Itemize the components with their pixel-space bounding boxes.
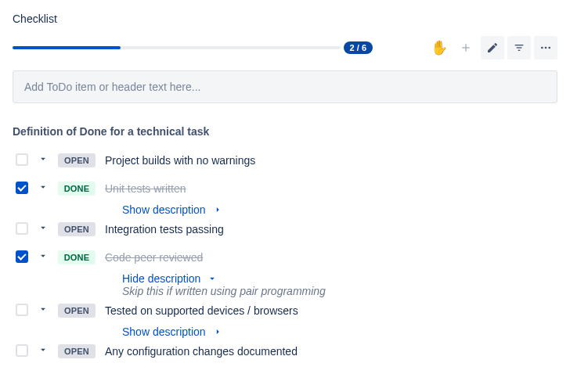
chevron-down-icon[interactable]	[36, 304, 50, 315]
checklist-item: OPENAny configuration changes documented	[13, 338, 557, 366]
chevron-down-icon[interactable]	[36, 250, 50, 261]
item-label[interactable]: Tested on supported devices / browsers	[105, 304, 298, 317]
items-list: OPENProject builds with no warningsDONEU…	[13, 147, 557, 366]
show-description-link[interactable]: Show description	[122, 325, 223, 338]
svg-point-5	[541, 47, 543, 49]
progress-row: 2 / 6 ✋	[13, 36, 557, 59]
progress-track	[13, 46, 341, 49]
svg-point-7	[548, 47, 550, 49]
chevron-down-icon[interactable]	[36, 344, 50, 355]
checklist-item: OPENIntegration tests passing	[13, 216, 557, 244]
edit-button[interactable]	[481, 36, 504, 59]
status-badge[interactable]: DONE	[58, 250, 96, 264]
status-badge[interactable]: OPEN	[58, 344, 96, 358]
status-badge[interactable]: OPEN	[58, 222, 96, 236]
show-description-link[interactable]: Show description	[122, 203, 223, 216]
toolbar: ✋	[428, 36, 557, 59]
checkbox[interactable]	[16, 153, 28, 166]
filter-button[interactable]	[507, 36, 531, 59]
checklist-item: OPENProject builds with no warnings	[13, 147, 557, 175]
hide-description-link[interactable]: Hide description	[122, 272, 218, 285]
chevron-right-icon	[212, 204, 223, 215]
checkbox[interactable]	[16, 344, 28, 357]
status-badge[interactable]: OPEN	[58, 304, 96, 318]
chevron-down-icon[interactable]	[36, 222, 50, 233]
chevron-right-icon	[212, 326, 223, 337]
item-label[interactable]: Project builds with no warnings	[105, 154, 255, 167]
item-label[interactable]: Unit tests written	[105, 182, 186, 195]
status-badge[interactable]: DONE	[58, 182, 96, 196]
panel-title: Checklist	[13, 13, 557, 25]
progress-badge: 2 / 6	[344, 41, 373, 54]
wave-hand-icon[interactable]: ✋	[428, 36, 451, 59]
item-label[interactable]: Code peer reviewed	[105, 251, 203, 264]
item-description: Skip this if written using pair programm…	[122, 285, 557, 297]
chevron-down-icon[interactable]	[36, 153, 50, 164]
progress-fill	[13, 46, 121, 49]
status-badge[interactable]: OPEN	[58, 153, 96, 167]
chevron-down-icon[interactable]	[36, 182, 50, 192]
checklist-item: DONEUnit tests written	[13, 175, 557, 203]
checklist-item: OPENTested on supported devices / browse…	[13, 297, 557, 325]
chevron-down-icon	[207, 273, 218, 284]
item-label[interactable]: Integration tests passing	[105, 223, 224, 236]
checkbox[interactable]	[16, 250, 28, 263]
more-button[interactable]	[534, 36, 557, 59]
item-label[interactable]: Any configuration changes documented	[105, 345, 298, 358]
svg-point-6	[545, 47, 547, 49]
checkbox[interactable]	[16, 182, 28, 194]
checklist-item: DONECode peer reviewed	[13, 244, 557, 272]
checkbox[interactable]	[16, 304, 28, 316]
section-header: Definition of Done for a technical task	[13, 125, 557, 138]
add-button[interactable]	[454, 36, 478, 59]
checkbox[interactable]	[16, 222, 28, 235]
progress-bar: 2 / 6	[13, 41, 373, 54]
add-item-input[interactable]: Add ToDo item or header text here...	[13, 70, 557, 103]
